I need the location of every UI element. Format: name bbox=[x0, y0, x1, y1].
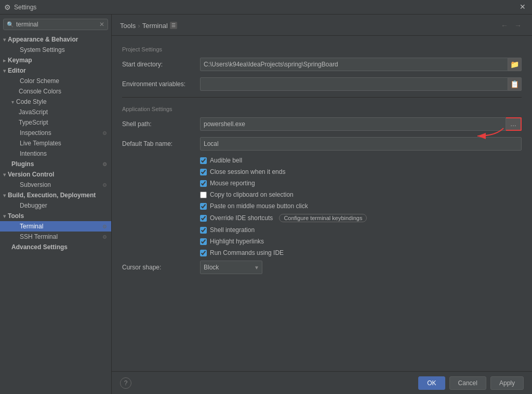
checkbox-paste-middle[interactable] bbox=[200, 203, 207, 210]
checkbox-row-override-ide: Override IDE shortcutsConfigure terminal… bbox=[122, 214, 522, 222]
sidebar-item-editor[interactable]: ▾Editor bbox=[0, 65, 111, 76]
sidebar-item-version-control[interactable]: ▾Version Control bbox=[0, 169, 111, 180]
shell-path-input-group: powershell.exe cmd.exe bash.exe … bbox=[200, 117, 522, 131]
sidebar-item-subversion[interactable]: Subversion⚙ bbox=[0, 180, 111, 190]
search-box[interactable]: 🔍 ✕ bbox=[3, 19, 108, 30]
checkbox-close-session[interactable] bbox=[200, 169, 207, 175]
sidebar-item-color-scheme[interactable]: Color Scheme bbox=[0, 76, 111, 86]
checkbox-label-paste-middle: Paste on middle mouse button click bbox=[210, 202, 308, 210]
titlebar: ⚙ Settings ✕ bbox=[0, 0, 532, 15]
sidebar-item-tools[interactable]: ▾Tools bbox=[0, 211, 111, 221]
sidebar-item-label: Plugins bbox=[11, 160, 34, 168]
checkboxes-container: Audible bellClose session when it endsMo… bbox=[122, 157, 522, 256]
sidebar-item-javascript[interactable]: JavaScript bbox=[0, 107, 111, 117]
project-settings-label: Project Settings bbox=[122, 46, 522, 52]
search-input[interactable] bbox=[16, 21, 97, 28]
sidebar-item-label: Debugger bbox=[20, 202, 47, 209]
env-vars-row: Environment variables: 📋 bbox=[122, 77, 522, 91]
cancel-button[interactable]: Cancel bbox=[449, 376, 486, 390]
chevron-icon: ▾ bbox=[11, 99, 14, 105]
env-vars-label: Environment variables: bbox=[122, 80, 200, 88]
checkbox-row-highlight-hyperlinks: Highlight hyperlinks bbox=[122, 238, 522, 245]
sidebar-item-label: Color Scheme bbox=[20, 77, 59, 85]
sidebar-item-keymap[interactable]: ▸Keymap bbox=[0, 55, 111, 65]
start-directory-browse-btn[interactable]: 📁 bbox=[508, 58, 522, 71]
content-area: Tools › Terminal ☰ ← → Project Settings … bbox=[112, 15, 532, 394]
checkbox-label-copy-to-clipboard: Copy to clipboard on selection bbox=[210, 191, 294, 198]
bottom-right: OK Cancel Apply bbox=[418, 376, 524, 390]
chevron-icon: ▸ bbox=[3, 58, 6, 63]
cursor-shape-select[interactable]: Block Underline Vertical bar bbox=[200, 261, 262, 274]
sidebar-item-intentions[interactable]: Intentions bbox=[0, 148, 111, 159]
sidebar-item-config-icon: ⚙ bbox=[102, 224, 107, 229]
breadcrumb-parent: Tools bbox=[120, 22, 136, 30]
checkbox-row-mouse-reporting: Mouse reporting bbox=[122, 180, 522, 187]
sidebar-item-label: System Settings bbox=[20, 46, 65, 53]
checkbox-shell-integration[interactable] bbox=[200, 227, 207, 234]
sidebar-item-label: Tools bbox=[8, 212, 24, 220]
search-clear-icon[interactable]: ✕ bbox=[99, 21, 104, 28]
checkbox-label-highlight-hyperlinks: Highlight hyperlinks bbox=[210, 238, 264, 245]
checkbox-row-run-commands: Run Commands using IDE bbox=[122, 249, 522, 256]
checkbox-label-audible-bell: Audible bell bbox=[210, 157, 242, 164]
sidebar-item-label: Keymap bbox=[8, 57, 32, 64]
sidebar-item-label: Code Style bbox=[16, 98, 47, 105]
shell-path-select[interactable]: powershell.exe cmd.exe bash.exe bbox=[200, 117, 506, 131]
sidebar-item-terminal[interactable]: Terminal⚙ bbox=[0, 221, 111, 232]
env-vars-browse-btn[interactable]: 📋 bbox=[508, 77, 522, 91]
sidebar-item-system-settings[interactable]: System Settings bbox=[0, 45, 111, 55]
checkbox-label-mouse-reporting: Mouse reporting bbox=[210, 180, 255, 187]
chevron-icon: ▾ bbox=[3, 172, 6, 178]
ok-button[interactable]: OK bbox=[418, 376, 445, 390]
window-title: Settings bbox=[14, 4, 36, 11]
settings-content: Project Settings Start directory: 📁 Envi… bbox=[112, 36, 532, 371]
checkbox-run-commands[interactable] bbox=[200, 250, 207, 256]
sidebar-item-build-execution[interactable]: ▾Build, Execution, Deployment bbox=[0, 190, 111, 200]
checkbox-override-ide[interactable] bbox=[200, 215, 207, 222]
configure-keybindings-link[interactable]: Configure terminal keybindings bbox=[279, 214, 367, 222]
apply-button[interactable]: Apply bbox=[490, 376, 524, 390]
bottom-left: ? bbox=[120, 377, 131, 389]
default-tab-input[interactable] bbox=[200, 137, 522, 151]
cursor-shape-select-wrapper: Block Underline Vertical bar ▼ bbox=[200, 261, 262, 274]
checkbox-mouse-reporting[interactable] bbox=[200, 180, 207, 187]
env-vars-input[interactable] bbox=[200, 77, 508, 91]
nav-back-button[interactable]: ← bbox=[499, 20, 510, 31]
nav-arrows: ← → bbox=[499, 20, 524, 31]
nav-forward-button[interactable]: → bbox=[512, 20, 524, 31]
sidebar-item-debugger[interactable]: Debugger bbox=[0, 200, 111, 211]
help-button[interactable]: ? bbox=[120, 377, 131, 389]
checkbox-audible-bell[interactable] bbox=[200, 157, 207, 164]
sidebar-items-container: ▾Appearance & BehaviorSystem Settings▸Ke… bbox=[0, 34, 111, 252]
app-icon: ⚙ bbox=[4, 3, 11, 11]
breadcrumb-menu-icon[interactable]: ☰ bbox=[170, 22, 177, 29]
cursor-shape-row: Cursor shape: Block Underline Vertical b… bbox=[122, 261, 522, 274]
shell-path-label: Shell path: bbox=[122, 120, 200, 128]
checkbox-copy-to-clipboard[interactable] bbox=[200, 192, 207, 198]
sidebar: 🔍 ✕ ▾Appearance & BehaviorSystem Setting… bbox=[0, 15, 112, 394]
checkbox-row-close-session: Close session when it ends bbox=[122, 168, 522, 175]
sidebar-item-typescript[interactable]: TypeScript bbox=[0, 117, 111, 128]
sidebar-item-live-templates[interactable]: Live Templates bbox=[0, 138, 111, 148]
sidebar-item-label: Intentions bbox=[20, 150, 47, 157]
sidebar-item-ssh-terminal[interactable]: SSH Terminal⚙ bbox=[0, 232, 111, 242]
sidebar-item-config-icon: ⚙ bbox=[102, 130, 107, 136]
env-vars-input-group: 📋 bbox=[200, 77, 522, 91]
chevron-icon: ▾ bbox=[3, 37, 6, 43]
start-directory-input-group: 📁 bbox=[200, 58, 522, 71]
sidebar-item-code-style[interactable]: ▾Code Style bbox=[0, 97, 111, 107]
sidebar-item-config-icon: ⚙ bbox=[102, 182, 107, 188]
checkbox-row-audible-bell: Audible bell bbox=[122, 157, 522, 164]
titlebar-close-btn[interactable]: ✕ bbox=[520, 3, 528, 11]
sidebar-item-plugins[interactable]: Plugins⚙ bbox=[0, 159, 111, 169]
default-tab-label: Default Tab name: bbox=[122, 140, 200, 147]
sidebar-item-label: Editor bbox=[8, 67, 26, 74]
breadcrumb-separator: › bbox=[138, 22, 140, 30]
shell-path-ellipsis-btn[interactable]: … bbox=[506, 117, 522, 131]
sidebar-item-console-colors[interactable]: Console Colors bbox=[0, 86, 111, 97]
checkbox-highlight-hyperlinks[interactable] bbox=[200, 238, 207, 245]
sidebar-item-appearance[interactable]: ▾Appearance & Behavior bbox=[0, 34, 111, 45]
start-directory-input[interactable] bbox=[200, 58, 508, 71]
sidebar-item-inspections[interactable]: Inspections⚙ bbox=[0, 128, 111, 138]
sidebar-item-advanced-settings[interactable]: Advanced Settings bbox=[0, 242, 111, 252]
